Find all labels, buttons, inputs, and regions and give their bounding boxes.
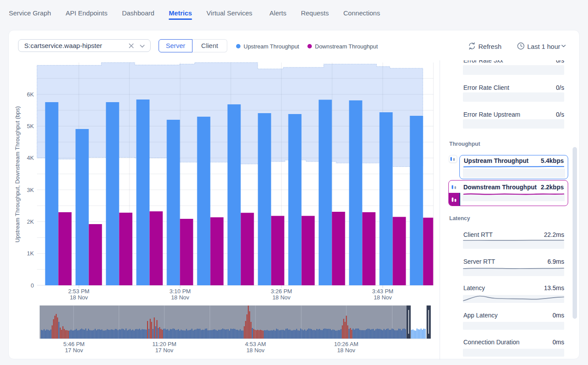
svg-text:18 Nov: 18 Nov <box>171 294 189 301</box>
svg-text:0: 0 <box>31 282 34 289</box>
svg-text:17 Nov: 17 Nov <box>155 347 174 354</box>
svg-text:3:43 PM: 3:43 PM <box>372 288 393 295</box>
svg-text:5K: 5K <box>27 123 34 129</box>
svg-text:3:26 PM: 3:26 PM <box>271 288 292 295</box>
svg-text:1K: 1K <box>27 250 34 257</box>
svg-text:5:46 PM: 5:46 PM <box>63 341 85 347</box>
svg-text:11:20 PM: 11:20 PM <box>152 341 177 347</box>
svg-text:2:53 PM: 2:53 PM <box>68 288 89 295</box>
svg-text:3:10 PM: 3:10 PM <box>170 288 191 295</box>
svg-text:18 Nov: 18 Nov <box>374 294 392 301</box>
svg-text:18 Nov: 18 Nov <box>272 294 291 301</box>
svg-text:4K: 4K <box>27 155 34 161</box>
svg-text:10:26 AM: 10:26 AM <box>334 341 359 347</box>
svg-text:6K: 6K <box>27 91 34 98</box>
svg-text:18 Nov: 18 Nov <box>70 294 88 301</box>
svg-text:3K: 3K <box>27 187 34 193</box>
svg-text:2K: 2K <box>27 218 34 225</box>
svg-text:4:53 AM: 4:53 AM <box>245 341 266 347</box>
svg-text:Upstream Throughput, Downstrea: Upstream Throughput, Downstream Throughp… <box>14 106 21 243</box>
svg-text:18 Nov: 18 Nov <box>246 347 265 354</box>
svg-text:17 Nov: 17 Nov <box>65 347 83 354</box>
svg-text:18 Nov: 18 Nov <box>337 347 355 354</box>
